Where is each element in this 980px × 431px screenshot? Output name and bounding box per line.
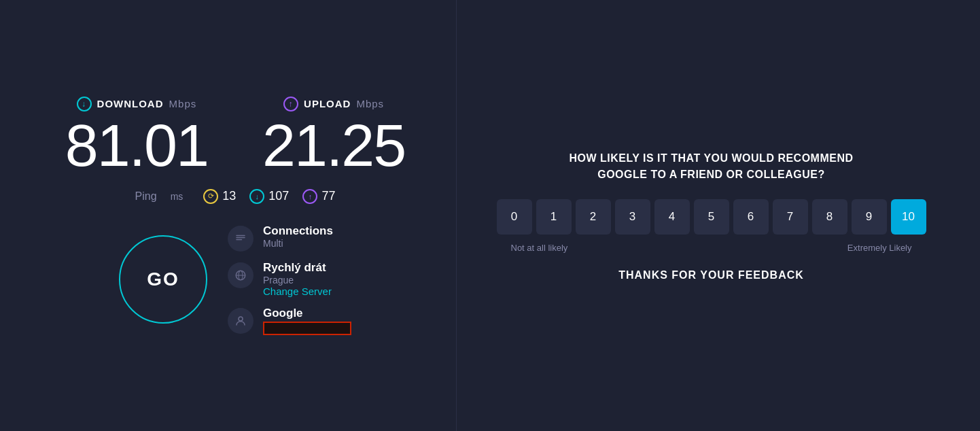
upload-label-text: UPLOAD [304,98,351,109]
ping-row: Ping ms ⟳ 13 ↓ 107 ↑ 77 [135,189,336,204]
server-title: Rychlý drát [263,261,332,275]
ping-unit: ms [171,191,183,202]
rating-btn-1[interactable]: 1 [536,199,572,235]
connections-icon [228,226,253,252]
download-label-text: DOWNLOAD [97,98,164,109]
connections-subtitle: Multi [263,238,333,249]
rating-btn-4[interactable]: 4 [654,199,690,235]
download-ping-item: ↓ 107 [249,189,289,204]
download-icon: ↓ [77,97,92,111]
server-icon [228,262,253,288]
server-text: Rychlý drát Prague Change Server [263,261,332,297]
download-block: ↓ DOWNLOAD Mbps 81.01 [65,97,208,175]
metrics-row: ↓ DOWNLOAD Mbps 81.01 ↑ UPLOAD Mbps 21.2… [65,97,405,175]
svg-point-3 [239,317,243,321]
jitter-value: 13 [222,189,236,203]
rating-btn-6[interactable]: 6 [733,199,769,235]
right-panel: HOW LIKELY IS IT THAT YOU WOULD RECOMMEN… [456,0,966,431]
upload-ping-item: ↑ 77 [302,189,335,204]
server-location: Prague [263,275,332,286]
main-container: ↓ DOWNLOAD Mbps 81.01 ↑ UPLOAD Mbps 21.2… [0,0,980,431]
upload-icon: ↑ [283,97,298,111]
rating-btn-9[interactable]: 9 [852,199,887,235]
rating-btn-3[interactable]: 3 [615,199,650,235]
server-item: Rychlý drát Prague Change Server [228,261,351,297]
download-ping-value: 107 [268,189,289,203]
rating-label-high: Extremely Likely [847,243,912,253]
isp-icon [228,308,253,334]
jitter-icon: ⟳ [203,189,218,204]
go-button[interactable]: GO [119,235,207,324]
isp-title: Google [263,307,351,320]
rating-btn-7[interactable]: 7 [773,199,808,235]
jitter-item: ⟳ 13 [203,189,236,204]
recommend-question: HOW LIKELY IS IT THAT YOU WOULD RECOMMEN… [569,150,853,183]
bottom-row: GO Connections Multi [119,224,351,335]
isp-item: Google [228,307,351,335]
rating-label-low: Not at all likely [511,243,568,253]
download-label: ↓ DOWNLOAD Mbps [77,97,197,111]
connections-title: Connections [263,224,333,238]
question-line2: GOOGLE TO A FRIEND OR COLLEAGUE? [597,169,825,180]
rating-row[interactable]: 012345678910 [497,199,926,235]
ping-upload-icon: ↑ [302,189,317,204]
download-value: 81.01 [65,116,208,175]
upload-unit: Mbps [356,98,384,109]
thanks-text: THANKS FOR YOUR FEEDBACK [618,269,804,281]
connections-text: Connections Multi [263,224,333,249]
ping-label: Ping [135,190,157,203]
rating-btn-5[interactable]: 5 [694,199,729,235]
isp-text: Google [263,307,351,335]
change-server-link[interactable]: Change Server [263,286,332,297]
question-line1: HOW LIKELY IS IT THAT YOU WOULD RECOMMEN… [569,152,853,164]
rating-btn-10[interactable]: 10 [891,199,926,235]
rating-btn-2[interactable]: 2 [576,199,611,235]
upload-label: ↑ UPLOAD Mbps [283,97,384,111]
rating-btn-8[interactable]: 8 [812,199,847,235]
isp-account-redacted [263,322,351,335]
upload-ping-value: 77 [321,189,335,203]
go-button-label: GO [147,269,179,290]
upload-value: 21.25 [262,116,405,175]
download-unit: Mbps [169,98,197,109]
info-items: Connections Multi Rychlý drát [228,224,351,335]
connections-item: Connections Multi [228,224,351,252]
upload-block: ↑ UPLOAD Mbps 21.25 [262,97,405,175]
rating-btn-0[interactable]: 0 [497,199,532,235]
left-panel: ↓ DOWNLOAD Mbps 81.01 ↑ UPLOAD Mbps 21.2… [14,0,456,431]
rating-labels: Not at all likely Extremely Likely [511,243,912,253]
ping-download-icon: ↓ [249,189,264,204]
